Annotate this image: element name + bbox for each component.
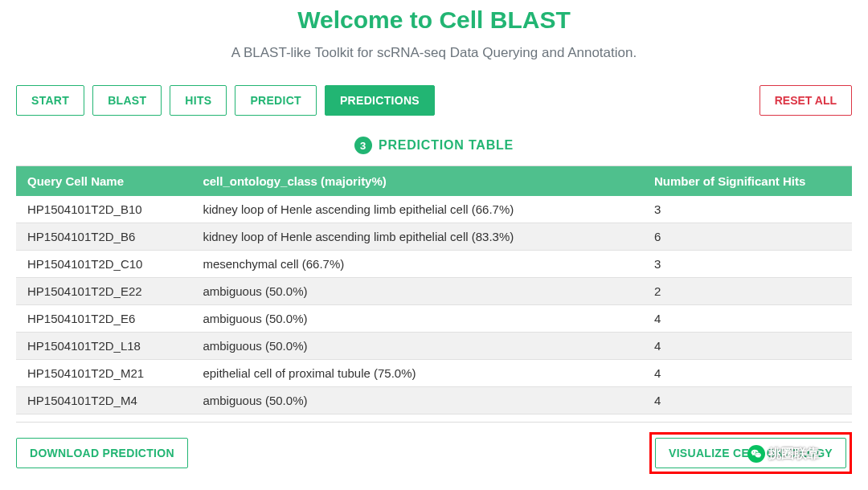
cell-query-name: HP1504101T2D_M21 <box>16 360 191 387</box>
prediction-table-wrapper[interactable]: Query Cell Name cell_ontology_class (maj… <box>16 165 852 423</box>
cell-ontology-class: ambiguous (50.0%) <box>191 387 643 414</box>
table-header-ontology-class[interactable]: cell_ontology_class (majority%) <box>191 166 643 196</box>
section-title: 3 PREDICTION TABLE <box>16 137 852 154</box>
cell-ontology-class: ambiguous (50.0%) <box>191 333 643 360</box>
table-row[interactable]: HP1504101T2D_E22ambiguous (50.0%)2 <box>16 278 852 305</box>
table-row[interactable]: HP1504101T2D_P18rejected (nan%)1 <box>16 414 852 423</box>
table-row[interactable]: HP1504101T2D_L18ambiguous (50.0%)4 <box>16 333 852 360</box>
table-header-query-cell[interactable]: Query Cell Name <box>16 166 191 196</box>
table-row[interactable]: HP1504101T2D_B6kidney loop of Henle asce… <box>16 223 852 251</box>
cell-query-name: HP1504101T2D_B6 <box>16 223 191 251</box>
cell-hits-count: 4 <box>643 387 852 414</box>
table-row[interactable]: HP1504101T2D_B10kidney loop of Henle asc… <box>16 196 852 223</box>
table-row[interactable]: HP1504101T2D_C10mesenchymal cell (66.7%)… <box>16 251 852 278</box>
nav-predictions-button[interactable]: PREDICTIONS <box>325 85 435 116</box>
cell-query-name: HP1504101T2D_C10 <box>16 251 191 278</box>
cell-hits-count: 6 <box>643 223 852 251</box>
nav-row: START BLAST HITS PREDICT PREDICTIONS RES… <box>16 85 852 116</box>
cell-ontology-class: epithelial cell of proximal tubule (75.0… <box>191 360 643 387</box>
cell-query-name: HP1504101T2D_B10 <box>16 196 191 223</box>
table-row[interactable]: HP1504101T2D_M21epithelial cell of proxi… <box>16 360 852 387</box>
cell-ontology-class: mesenchymal cell (66.7%) <box>191 251 643 278</box>
cell-hits-count: 4 <box>643 333 852 360</box>
prediction-table: Query Cell Name cell_ontology_class (maj… <box>16 166 852 423</box>
cell-hits-count: 4 <box>643 360 852 387</box>
nav-blast-button[interactable]: BLAST <box>92 85 162 116</box>
table-header-hits[interactable]: Number of Significant Hits <box>643 166 852 196</box>
cell-hits-count: 3 <box>643 196 852 223</box>
cell-hits-count: 4 <box>643 305 852 333</box>
cell-query-name: HP1504101T2D_E22 <box>16 278 191 305</box>
download-prediction-button[interactable]: DOWNLOAD PREDICTION <box>16 438 188 468</box>
cell-ontology-class: kidney loop of Henle ascending limb epit… <box>191 196 643 223</box>
cell-query-name: HP1504101T2D_M4 <box>16 387 191 414</box>
cell-query-name: HP1504101T2D_E6 <box>16 305 191 333</box>
nav-start-button[interactable]: START <box>16 85 84 116</box>
page-subtitle: A BLAST-like Toolkit for scRNA-seq Data … <box>16 45 852 61</box>
table-row[interactable]: HP1504101T2D_E6ambiguous (50.0%)4 <box>16 305 852 333</box>
nav-left: START BLAST HITS PREDICT PREDICTIONS <box>16 85 435 116</box>
table-header-row: Query Cell Name cell_ontology_class (maj… <box>16 166 852 196</box>
cell-hits-count: 2 <box>643 278 852 305</box>
cell-ontology-class: kidney loop of Henle ascending limb epit… <box>191 223 643 251</box>
table-row[interactable]: HP1504101T2D_M4ambiguous (50.0%)4 <box>16 387 852 414</box>
visualize-cell-ontology-button[interactable]: VISUALIZE CELL ONTOLOGY <box>655 438 846 468</box>
cell-ontology-class: ambiguous (50.0%) <box>191 305 643 333</box>
highlight-annotation: VISUALIZE CELL ONTOLOGY <box>649 432 852 474</box>
nav-predict-button[interactable]: PREDICT <box>235 85 317 116</box>
cell-query-name: HP1504101T2D_P18 <box>16 414 191 423</box>
bottom-action-row: DOWNLOAD PREDICTION VISUALIZE CELL ONTOL… <box>16 432 852 474</box>
reset-all-button[interactable]: RESET ALL <box>760 85 852 116</box>
cell-hits-count: 3 <box>643 251 852 278</box>
cell-query-name: HP1504101T2D_L18 <box>16 333 191 360</box>
step-number-badge: 3 <box>354 137 372 154</box>
page-title: Welcome to Cell BLAST <box>16 6 852 34</box>
cell-ontology-class: rejected (nan%) <box>191 414 643 423</box>
section-title-text: PREDICTION TABLE <box>379 138 514 153</box>
cell-hits-count: 1 <box>643 414 852 423</box>
nav-hits-button[interactable]: HITS <box>170 85 227 116</box>
cell-ontology-class: ambiguous (50.0%) <box>191 278 643 305</box>
